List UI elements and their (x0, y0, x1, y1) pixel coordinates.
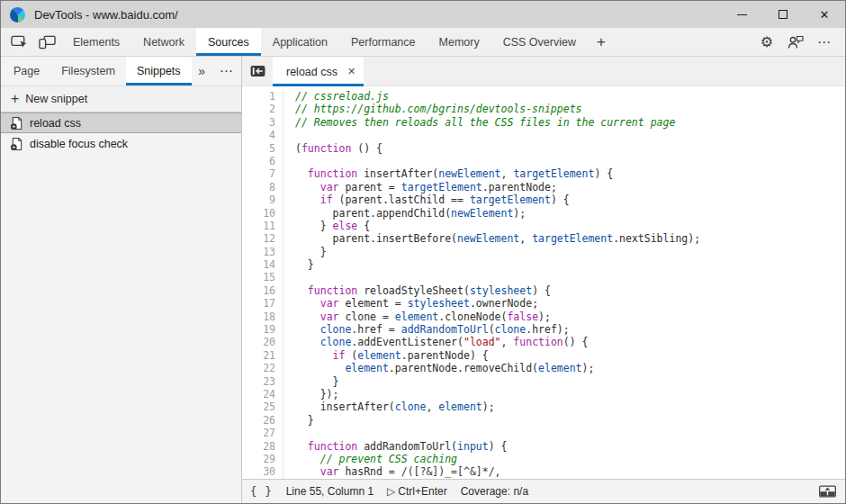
tab-performance[interactable]: Performance (339, 28, 428, 56)
snippet-list: reload cssdisable focus check (1, 112, 241, 503)
code-line[interactable]: } (295, 258, 845, 271)
code-line[interactable]: } else { (295, 220, 845, 232)
device-emulation-icon (39, 35, 56, 50)
tab-elements[interactable]: Elements (61, 28, 131, 56)
line-number[interactable]: 22 (242, 362, 275, 374)
code-line[interactable]: // prevent CSS caching (295, 453, 845, 465)
code-line[interactable]: var parent = targetElement.parentNode; (295, 181, 845, 194)
snippet-item-label: disable focus check (30, 138, 128, 150)
code-line[interactable]: insertAfter(clone, element); (295, 400, 845, 413)
tab-overflow-button[interactable]: » (192, 57, 212, 86)
line-number[interactable]: 4 (242, 129, 275, 141)
line-number[interactable]: 6 (242, 155, 275, 167)
line-number[interactable]: 26 (242, 414, 275, 427)
code-line[interactable]: // Removes then reloads all the CSS file… (295, 116, 845, 129)
line-number[interactable]: 24 (242, 388, 275, 400)
code-line[interactable]: if (parent.lastChild == targetElement) { (295, 194, 845, 206)
code-content[interactable]: // cssreload.js// https://github.com/bgr… (284, 90, 845, 479)
line-number[interactable]: 8 (242, 181, 275, 194)
code-line[interactable]: // https://github.com/bgrins/devtools-sn… (295, 103, 845, 115)
gear-icon: ⚙ (760, 35, 773, 50)
code-editor[interactable]: 1234567891011121314151617181920212223242… (242, 86, 845, 479)
minimize-button[interactable] (721, 1, 762, 28)
feedback-button[interactable] (784, 31, 807, 54)
tab-sources[interactable]: Sources (196, 28, 261, 56)
snippet-item-disable-focus-check[interactable]: disable focus check (1, 133, 241, 154)
line-number[interactable]: 5 (242, 142, 275, 155)
code-line[interactable]: function reloadStyleSheet(stylesheet) { (295, 284, 845, 297)
line-number[interactable]: 15 (242, 271, 275, 284)
line-number[interactable]: 17 (242, 297, 275, 310)
line-number[interactable]: 12 (242, 232, 275, 245)
new-snippet-button[interactable]: + New snippet (1, 86, 241, 112)
run-shortcut-label: Ctrl+Enter (398, 485, 446, 498)
line-number[interactable]: 23 (242, 375, 275, 388)
line-number[interactable]: 14 (242, 258, 275, 271)
sidebar-tab-page[interactable]: Page (3, 57, 50, 86)
window-controls: ✕ (721, 1, 845, 28)
code-line[interactable] (295, 129, 845, 141)
code-line[interactable]: function insertAfter(newElement, targetE… (295, 167, 845, 180)
line-number[interactable]: 30 (242, 465, 275, 478)
code-line[interactable]: var hasRnd = /([?&])_=[^&]*/, (295, 465, 845, 478)
line-number[interactable]: 18 (242, 310, 275, 323)
code-line[interactable]: }); (295, 388, 845, 400)
tab-css-overview[interactable]: CSS Overview (491, 28, 588, 56)
line-number[interactable]: 11 (242, 220, 275, 232)
code-line[interactable] (295, 427, 845, 439)
line-number[interactable]: 16 (242, 284, 275, 297)
more-options-button[interactable]: ⋯ (813, 31, 836, 54)
editor-status-bar: { } Line 55, Column 1 ▷ Ctrl+Enter Cover… (242, 479, 845, 503)
line-number[interactable]: 7 (242, 167, 275, 180)
tab-network[interactable]: Network (131, 28, 196, 56)
tab-application[interactable]: Application (261, 28, 339, 56)
maximize-button[interactable] (762, 1, 804, 28)
line-number[interactable]: 1 (242, 90, 275, 103)
sidebar-tab-filesystem[interactable]: Filesystem (50, 57, 126, 86)
code-line[interactable]: // cssreload.js (295, 90, 845, 103)
line-number[interactable]: 3 (242, 116, 275, 129)
line-number[interactable]: 13 (242, 246, 275, 258)
line-number[interactable]: 27 (242, 427, 275, 439)
code-line[interactable]: parent.appendChild(newElement); (295, 207, 845, 220)
code-line[interactable]: (function () { (295, 142, 845, 155)
settings-button[interactable]: ⚙ (755, 31, 778, 54)
line-number[interactable]: 20 (242, 336, 275, 348)
code-line[interactable]: } (295, 246, 845, 258)
line-number[interactable]: 19 (242, 323, 275, 336)
close-button[interactable]: ✕ (804, 1, 845, 28)
code-line[interactable]: } (295, 414, 845, 427)
line-number-gutter[interactable]: 1234567891011121314151617181920212223242… (242, 90, 284, 479)
code-line[interactable]: function addRandomToUrl(input) { (295, 440, 845, 453)
pretty-print-button[interactable]: { } (250, 485, 273, 498)
inspect-element-button[interactable] (5, 28, 33, 56)
tab-memory[interactable]: Memory (428, 28, 491, 56)
code-line[interactable]: var clone = element.cloneNode(false); (295, 310, 845, 323)
code-line[interactable]: var element = stylesheet.ownerNode; (295, 297, 845, 310)
code-line[interactable]: clone.href = addRandomToUrl(clone.href); (295, 323, 845, 336)
navigator-more-button[interactable]: ⋯ (212, 57, 241, 86)
hide-navigator-button[interactable] (242, 57, 273, 86)
code-line[interactable]: } (295, 375, 845, 388)
sidebar-tab-snippets[interactable]: Snippets (126, 57, 192, 86)
tab-close-icon[interactable]: ✕ (347, 66, 356, 77)
code-line[interactable] (295, 155, 845, 167)
line-number[interactable]: 29 (242, 453, 275, 465)
snippet-item-reload-css[interactable]: reload css (1, 112, 241, 133)
code-line[interactable]: element.parentNode.removeChild(element); (295, 362, 845, 374)
editor-tab-reload-css[interactable]: reload css ✕ (273, 57, 364, 86)
snippet-file-icon (10, 137, 23, 151)
line-number[interactable]: 2 (242, 103, 275, 115)
code-line[interactable]: if (element.parentNode) { (295, 349, 845, 362)
code-line[interactable]: parent.insertBefore(newElement, targetEl… (295, 232, 845, 245)
line-number[interactable]: 28 (242, 440, 275, 453)
code-line[interactable]: clone.addEventListener("load", function(… (295, 336, 845, 348)
toggle-drawer-button[interactable] (819, 485, 836, 498)
device-toolbar-button[interactable] (33, 28, 61, 56)
line-number[interactable]: 21 (242, 349, 275, 362)
line-number[interactable]: 10 (242, 207, 275, 220)
line-number[interactable]: 9 (242, 194, 275, 206)
add-panel-button[interactable]: + (588, 28, 615, 56)
code-line[interactable] (295, 271, 845, 284)
line-number[interactable]: 25 (242, 400, 275, 413)
